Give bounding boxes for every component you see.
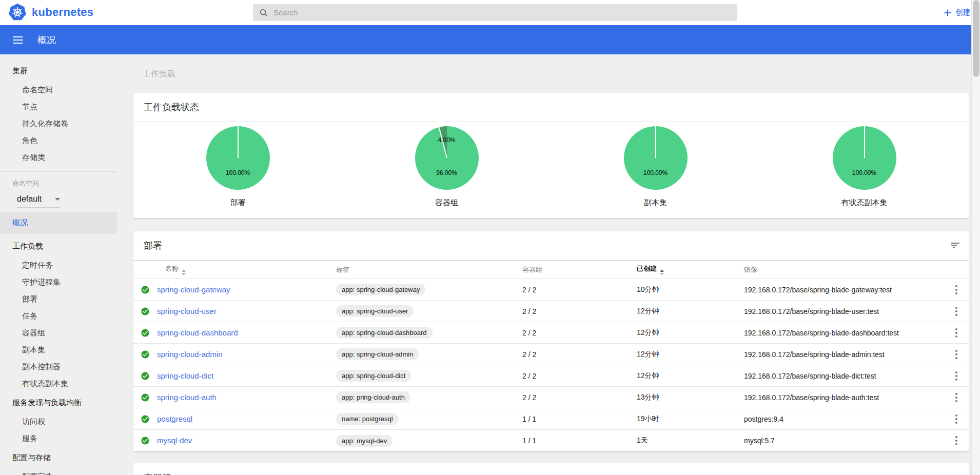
sidebar-item-roles[interactable]: 角色 [0, 132, 117, 149]
create-button[interactable]: 创建 [944, 0, 971, 25]
kebab-menu-icon[interactable] [944, 391, 969, 404]
column-header-created[interactable]: 已创建 [637, 264, 744, 275]
sidebar-item-replica-sets[interactable]: 副本集 [0, 342, 117, 359]
filter-icon[interactable] [949, 241, 958, 251]
column-header-pods[interactable]: 容器组 [522, 265, 637, 274]
sidebar-item-nodes[interactable]: 节点 [0, 98, 117, 115]
created-age: 1天 [637, 436, 744, 445]
pie-stateful-sets: 100.00% 有状态副本集 [760, 126, 969, 208]
breadcrumb: 工作负载 [143, 69, 969, 80]
pie-chart[interactable]: 100.00% [206, 126, 270, 190]
image-name: 192.168.0.172/base/spring-blade-gateway:… [744, 286, 944, 294]
deployment-link[interactable]: spring-cloud-admin [157, 350, 223, 359]
column-header-images[interactable]: 镜像 [744, 265, 944, 274]
sidebar-item-storage-classes[interactable]: 存储类 [0, 149, 117, 166]
sort-icon[interactable] [182, 269, 186, 275]
pie-divider-line [864, 126, 865, 158]
status-ok-icon [133, 371, 157, 381]
column-header-labels[interactable]: 标签 [336, 265, 522, 274]
deployment-link[interactable]: mysql-dev [157, 436, 192, 445]
pie-chart[interactable]: 100.00% [624, 126, 688, 190]
sidebar: 集群 命名空间 节点 持久化存储卷 角色 存储类 命名空间 default 概况… [0, 54, 117, 475]
kubernetes-logo[interactable]: kubernetes [8, 3, 93, 22]
deployment-link[interactable]: spring-cloud-dashboard [157, 328, 238, 337]
plus-icon [944, 9, 952, 17]
sidebar-item-daemon-sets[interactable]: 守护进程集 [0, 274, 117, 291]
kebab-menu-icon[interactable] [944, 434, 969, 447]
pie-deployments: 100.00% 部署 [133, 126, 342, 208]
workload-status-card: 工作负载状态 100.00% 部署 4.00% 96.00% 容器组 [133, 93, 969, 218]
pie-title: 副本集 [644, 198, 667, 208]
namespace-select[interactable]: default [17, 193, 60, 208]
sidebar-item-pods[interactable]: 容器组 [0, 325, 117, 342]
created-age: 12分钟 [637, 350, 744, 359]
toolbar-title: 概况 [37, 34, 56, 46]
sidebar-section-workloads: 工作负载 [0, 236, 117, 257]
pie-percentage-label: 100.00% [833, 169, 896, 176]
hamburger-menu-icon[interactable] [13, 34, 23, 46]
chevron-down-icon [55, 198, 60, 201]
table-row: spring-cloud-dashboard app: spring-cloud… [133, 322, 969, 344]
table-row: postgresql name: postgresql 1 / 1 19小时 p… [133, 408, 969, 430]
deployment-link[interactable]: spring-cloud-user [157, 307, 217, 315]
scrollbar-track[interactable] [971, 0, 980, 475]
sidebar-item-overview[interactable]: 概况 [0, 212, 117, 234]
search-input[interactable] [273, 8, 731, 17]
scrollbar-thumb[interactable] [973, 0, 979, 77]
deployments-card: 部署 名称 标签 容器组 已创建 镜像 spring-cloud-gateway… [133, 231, 969, 451]
pie-chart[interactable]: 100.00% [833, 126, 896, 190]
pie-replica-sets: 100.00% 副本集 [551, 126, 760, 208]
label-chip: app: spring-cloud-user [336, 305, 414, 317]
image-name: postgres:9.4 [744, 415, 944, 423]
column-header-name[interactable]: 名称 [157, 264, 336, 275]
pie-percentage-label: 100.00% [624, 169, 688, 176]
sidebar-item-cron-jobs[interactable]: 定时任务 [0, 257, 117, 274]
pie-percentage-label: 100.00% [206, 169, 270, 176]
sidebar-item-ingresses[interactable]: 访问权 [0, 413, 117, 430]
sidebar-item-namespaces[interactable]: 命名空间 [0, 82, 117, 98]
namespace-selected-value: default [17, 194, 42, 204]
table-row: spring-cloud-user app: spring-cloud-user… [133, 301, 969, 322]
pods-count: 2 / 2 [522, 329, 637, 337]
pods-card-title: 容器组 [144, 472, 171, 475]
top-bar: kubernetes 创建 [0, 0, 980, 25]
table-row: spring-cloud-gateway app: spring-cloud-g… [133, 279, 969, 301]
sidebar-item-services[interactable]: 服务 [0, 430, 117, 447]
sidebar-section-config: 配置与存储 [0, 447, 117, 468]
sidebar-item-config-maps[interactable]: 配置字典 [0, 468, 117, 475]
kebab-menu-icon[interactable] [944, 305, 969, 318]
pods-count: 1 / 1 [522, 415, 637, 423]
search-icon [259, 8, 268, 17]
search-bar[interactable] [253, 4, 737, 21]
created-age: 12分钟 [637, 307, 744, 316]
status-ok-icon [133, 436, 157, 445]
namespace-label: 命名空间 [0, 172, 117, 189]
table-row: spring-cloud-dict app: spring-cloud-dict… [133, 365, 969, 387]
kebab-menu-icon[interactable] [944, 326, 969, 340]
pods-count: 1 / 1 [522, 437, 637, 445]
sort-icon[interactable] [660, 269, 664, 275]
deployment-link[interactable]: postgresql [157, 414, 192, 423]
sidebar-item-stateful-sets[interactable]: 有状态副本集 [0, 375, 117, 392]
status-ok-icon [133, 307, 157, 316]
sidebar-item-deployments[interactable]: 部署 [0, 291, 117, 308]
kebab-menu-icon[interactable] [944, 412, 969, 426]
sidebar-item-jobs[interactable]: 任务 [0, 308, 117, 325]
pods-count: 2 / 2 [522, 372, 637, 380]
deployment-link[interactable]: spring-cloud-gateway [157, 285, 230, 294]
created-age: 12分钟 [637, 371, 744, 381]
deployment-link[interactable]: spring-cloud-auth [157, 393, 217, 402]
pods-card: 容器组 [133, 463, 969, 475]
sidebar-item-replication-controllers[interactable]: 副本控制器 [0, 359, 117, 375]
filter-icon[interactable] [949, 473, 958, 475]
deployment-link[interactable]: spring-cloud-dict [157, 371, 213, 380]
kebab-menu-icon[interactable] [944, 348, 969, 361]
kubernetes-helm-icon [8, 3, 27, 22]
sidebar-item-persistent-volumes[interactable]: 持久化存储卷 [0, 115, 117, 132]
status-ok-icon [133, 285, 157, 294]
pie-title: 部署 [230, 198, 246, 208]
kebab-menu-icon[interactable] [944, 369, 969, 383]
app-toolbar: 概况 [0, 25, 980, 54]
kebab-menu-icon[interactable] [944, 283, 969, 296]
pie-chart[interactable]: 4.00% 96.00% [415, 126, 479, 190]
